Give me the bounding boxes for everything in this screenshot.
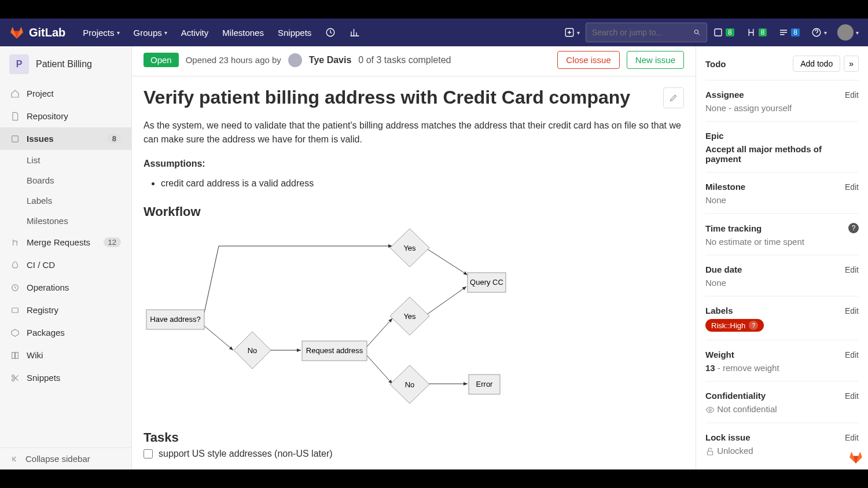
project-header[interactable]: P Patient Billing — [0, 46, 131, 82]
sidebar-sub-list[interactable]: List — [0, 150, 131, 170]
edit-conf[interactable]: Edit — [845, 391, 859, 401]
nav-chart-icon[interactable] — [343, 27, 367, 38]
todo-label: Todo — [705, 59, 726, 69]
svg-text:Error: Error — [476, 380, 494, 388]
lock-heading: Lock issue — [705, 432, 751, 442]
project-avatar: P — [9, 54, 29, 74]
author-name[interactable]: Tye Davis — [309, 55, 352, 65]
close-issue-button[interactable]: Close issue — [557, 51, 620, 69]
milestone-value: None — [705, 192, 859, 205]
assignee-heading: Assignee — [705, 90, 744, 100]
status-badge: Open — [144, 53, 179, 67]
nav-milestones[interactable]: Milestones — [215, 28, 271, 38]
nav-groups[interactable]: Groups▾ — [127, 28, 174, 38]
nav-issues[interactable]: 8 — [707, 27, 740, 38]
sidebar-sub-milestones[interactable]: Milestones — [0, 211, 131, 231]
sidebar-item-merge-requests[interactable]: Merge Requests12 — [0, 231, 131, 254]
sidebar-item-operations[interactable]: Operations — [0, 276, 131, 299]
task-item[interactable]: support US style addresses (non-US later… — [144, 445, 684, 463]
package-icon — [10, 328, 20, 337]
nav-todos[interactable]: 8 — [773, 27, 806, 38]
sidebar-item-issues[interactable]: Issues8 — [0, 127, 131, 150]
epic-value[interactable]: Accept all major methods of payment — [705, 144, 822, 164]
nav-plus[interactable]: ▾ — [558, 27, 586, 38]
rocket-icon — [10, 260, 20, 270]
sidebar-item-wiki[interactable]: Wiki — [0, 344, 131, 366]
sidebar-sub-labels[interactable]: Labels — [0, 190, 131, 211]
pencil-icon — [669, 93, 678, 102]
edit-issue-button[interactable] — [663, 87, 684, 108]
assumptions-heading: Assumptions: — [144, 157, 684, 171]
svg-text:Yes: Yes — [403, 244, 416, 252]
edit-labels[interactable]: Edit — [845, 306, 859, 315]
nav-webterminal-icon[interactable] — [318, 27, 343, 38]
gitlab-icon — [9, 25, 24, 40]
expand-sidebar-button[interactable]: » — [844, 56, 859, 72]
new-issue-button[interactable]: New issue — [627, 51, 684, 69]
author-avatar[interactable] — [288, 53, 302, 67]
nav-merge-requests[interactable]: 8 — [740, 27, 773, 38]
unlock-icon — [705, 447, 715, 456]
sidebar-sub-boards[interactable]: Boards — [0, 170, 131, 190]
nav-help[interactable]: ▾ — [806, 27, 833, 38]
nav-activity[interactable]: Activity — [174, 28, 216, 38]
sidebar-item-project[interactable]: Project — [0, 82, 131, 105]
remove-weight[interactable]: - remove weight — [715, 363, 779, 373]
edit-weight[interactable]: Edit — [845, 350, 859, 359]
edit-lock[interactable]: Edit — [845, 433, 859, 442]
edit-assignee[interactable]: Edit — [845, 90, 859, 100]
task-checkbox[interactable] — [144, 449, 153, 458]
search-input[interactable] — [592, 28, 693, 37]
sidebar-item-snippets[interactable]: Snippets — [0, 366, 131, 389]
svg-point-8 — [12, 375, 14, 377]
tasks-heading: Tasks — [144, 430, 684, 445]
label-risk-high[interactable]: Risk::High? — [705, 319, 764, 332]
svg-text:Query CC: Query CC — [470, 278, 503, 287]
lock-value: Unlocked — [705, 442, 859, 456]
svg-rect-7 — [12, 308, 19, 313]
workflow-heading: Workflow — [144, 204, 684, 219]
assignee-value[interactable]: None - assign yourself — [705, 100, 859, 113]
nav-snippets[interactable]: Snippets — [271, 28, 318, 38]
sidebar-item-packages[interactable]: Packages — [0, 321, 131, 344]
epic-heading: Epic — [705, 131, 724, 141]
chevron-down-icon: ▾ — [856, 30, 859, 36]
operations-icon — [10, 283, 20, 292]
issues-icon — [10, 134, 20, 144]
home-icon — [10, 89, 20, 98]
gitlab-logo[interactable]: GitLab — [9, 25, 65, 40]
chevron-down-icon: ▾ — [164, 30, 167, 36]
svg-rect-5 — [12, 135, 19, 142]
svg-point-9 — [12, 379, 14, 381]
user-avatar[interactable] — [837, 24, 854, 41]
search-box[interactable] — [586, 23, 707, 42]
remove-label-icon[interactable]: ? — [749, 321, 758, 330]
add-todo-button[interactable]: Add todo — [793, 56, 840, 72]
svg-text:No: No — [405, 380, 415, 389]
scissors-icon — [10, 373, 20, 383]
svg-rect-3 — [715, 29, 722, 36]
nav-projects[interactable]: Projects▾ — [76, 28, 126, 38]
sidebar-item-registry[interactable]: Registry — [0, 299, 131, 321]
chevron-down-icon: ▾ — [117, 30, 120, 36]
top-nav: GitLab Projects▾ Groups▾ Activity Milest… — [0, 19, 868, 46]
edit-milestone[interactable]: Edit — [845, 182, 859, 192]
sidebar-item-cicd[interactable]: CI / CD — [0, 254, 131, 276]
weight-heading: Weight — [705, 350, 734, 359]
conf-heading: Confidentiality — [705, 391, 766, 401]
sidebar-item-repository[interactable]: Repository — [0, 105, 131, 127]
issue-sidebar: Todo Add todo » AssigneeEdit None - assi… — [696, 46, 868, 469]
weight-value: 13 — [705, 363, 715, 373]
time-heading: Time tracking — [705, 223, 762, 233]
gitlab-corner-icon — [847, 450, 865, 467]
edit-due[interactable]: Edit — [845, 265, 859, 274]
assumption-item: credit card address is a valid address — [161, 177, 684, 190]
collapse-sidebar[interactable]: Collapse sidebar — [0, 447, 131, 469]
due-heading: Due date — [705, 265, 742, 274]
task-label: support US style addresses (non-US later… — [159, 449, 333, 459]
help-icon[interactable]: ? — [848, 223, 859, 233]
book-icon — [10, 351, 20, 360]
registry-icon — [10, 306, 20, 315]
due-value: None — [705, 274, 859, 288]
sidebar: P Patient Billing Project Repository Iss… — [0, 46, 132, 469]
